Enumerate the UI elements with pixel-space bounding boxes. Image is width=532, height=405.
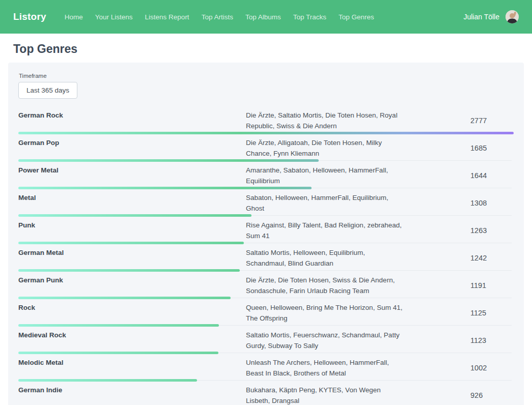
nav-top-albums[interactable]: Top Albums: [239, 13, 287, 21]
play-count: 1308: [470, 199, 514, 207]
artist-list: Amaranthe, Sabaton, Helloween, HammerFal…: [246, 165, 404, 186]
table-row: German RockDie Ärzte, Saltatio Mortis, D…: [18, 107, 514, 135]
avatar-photo: [506, 10, 519, 23]
app-logo[interactable]: Listory: [13, 11, 46, 22]
genre-bar: [18, 297, 231, 299]
page-title: Top Genres: [13, 42, 519, 56]
timeframe-label: Timeframe: [19, 73, 514, 79]
user-area: Julian Tölle: [463, 10, 519, 23]
genre-bar: [18, 242, 244, 244]
genre-bar: [18, 269, 240, 272]
nav-your-listens[interactable]: Your Listens: [89, 13, 139, 21]
table-row: Medieval RockSaltatio Mortis, Feuerschwa…: [18, 327, 514, 355]
artist-list: Die Ärzte, Saltatio Mortis, Die Toten Ho…: [246, 110, 404, 131]
genre-bar: [18, 352, 218, 354]
artist-list: Queen, Helloween, Bring Me The Horizon, …: [246, 302, 404, 324]
nav-top-tracks[interactable]: Top Tracks: [287, 13, 332, 21]
genre-name: German Pop: [18, 137, 246, 159]
timeframe-group: Timeframe Last 365 days: [18, 73, 514, 99]
table-row: German MetalSaltatio Mortis, Helloween, …: [18, 245, 514, 272]
artist-list: Saltatio Mortis, Feuerschwanz, Schandmau…: [246, 330, 404, 351]
table-row: MetalSabaton, Helloween, HammerFall, Equ…: [18, 190, 514, 217]
top-genres-card: Timeframe Last 365 days German RockDie Ä…: [8, 63, 524, 405]
play-count: 1263: [470, 226, 514, 235]
nav-top-genres[interactable]: Top Genres: [332, 13, 380, 21]
genre-name: German Punk: [18, 275, 246, 296]
artist-list: Die Ärzte, Die Toten Hosen, Swiss & Die …: [246, 275, 404, 296]
table-row: RockQueen, Helloween, Bring Me The Horiz…: [18, 300, 514, 327]
genres-table: German RockDie Ärzte, Saltatio Mortis, D…: [18, 107, 514, 405]
table-row: Power MetalAmaranthe, Sabaton, Helloween…: [18, 162, 514, 190]
play-count: 1123: [470, 336, 514, 344]
table-row: German PunkDie Ärzte, Die Toten Hosen, S…: [18, 272, 514, 300]
genre-name: Rock: [18, 302, 246, 324]
table-row: German PopDie Ärzte, Alligatoah, Die Tot…: [18, 135, 514, 162]
genre-name: Melodic Metal: [18, 357, 246, 379]
genre-bar: [18, 379, 197, 382]
main-nav: Home Your Listens Listens Report Top Art…: [59, 13, 380, 21]
artist-list: Die Ärzte, Alligatoah, Die Toten Hosen, …: [246, 137, 404, 159]
play-count: 1685: [470, 144, 514, 152]
table-row: Melodic MetalUnleash The Archers, Hellow…: [18, 355, 514, 382]
genre-bar: [18, 187, 312, 189]
genre-bar: [18, 159, 319, 162]
avatar[interactable]: [506, 10, 519, 23]
artist-list: Sabaton, Helloween, HammerFall, Equilibr…: [246, 192, 404, 214]
genre-name: German Rock: [18, 110, 246, 131]
genre-bar: [18, 324, 219, 327]
play-count: 1242: [470, 254, 514, 262]
genre-name: Medieval Rock: [18, 330, 246, 351]
genre-name: German Indie: [18, 385, 246, 405]
nav-listens-report[interactable]: Listens Report: [139, 13, 195, 21]
play-count: 1644: [470, 171, 514, 180]
artist-list: Rise Against, Billy Talent, Bad Religion…: [246, 220, 404, 241]
genre-bar: [18, 132, 514, 134]
genre-name: Punk: [18, 220, 246, 241]
play-count: 1125: [470, 309, 514, 317]
play-count: 1002: [470, 364, 514, 372]
play-count: 1191: [470, 281, 514, 290]
genre-bar: [18, 214, 251, 217]
artist-list: Unleash The Archers, Helloween, HammerFa…: [246, 357, 404, 379]
table-row: PunkRise Against, Billy Talent, Bad Reli…: [18, 217, 514, 245]
genre-name: Metal: [18, 192, 246, 214]
play-count: 926: [470, 391, 514, 399]
table-row: German IndieBukahara, Käptn Peng, KYTES,…: [18, 382, 514, 405]
user-name: Julian Tölle: [463, 13, 499, 21]
artist-list: Saltatio Mortis, Helloween, Equilibrium,…: [246, 247, 404, 269]
genre-name: German Metal: [18, 247, 246, 269]
play-count: 2777: [470, 117, 514, 125]
timeframe-select[interactable]: Last 365 days: [18, 82, 77, 99]
genre-name: Power Metal: [18, 165, 246, 186]
navbar: Listory Home Your Listens Listens Report…: [0, 0, 532, 34]
artist-list: Bukahara, Käptn Peng, KYTES, Von Wegen L…: [246, 385, 404, 405]
nav-home[interactable]: Home: [59, 13, 89, 21]
nav-top-artists[interactable]: Top Artists: [195, 13, 239, 21]
